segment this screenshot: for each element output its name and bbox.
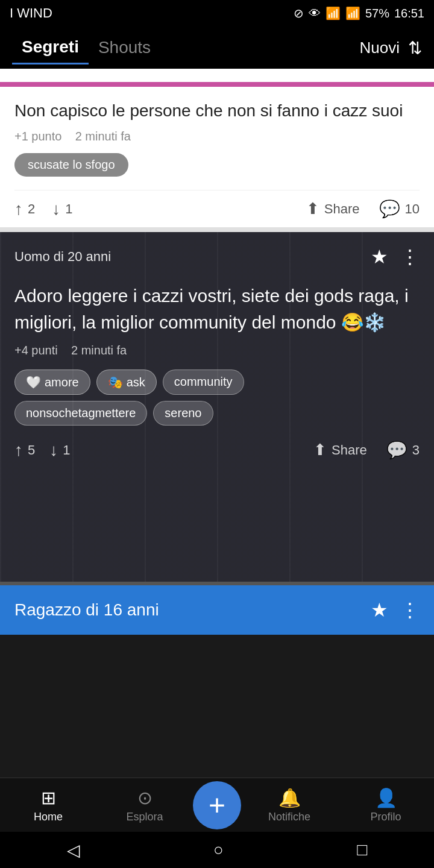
share-icon: ⬆: [306, 200, 319, 218]
nav-right-controls: Nuovi ⇅: [360, 38, 422, 58]
downvote-group[interactable]: ↓ 1: [52, 200, 72, 219]
card2-icons: ★ ⋮: [371, 245, 420, 268]
tag-scusate[interactable]: scusate lo sfogo: [14, 153, 128, 177]
card3-user: Ragazzo di 16 anni: [14, 600, 159, 620]
card2-tags-row2: nonsochetagmettere sereno: [14, 401, 420, 426]
spacer: [0, 635, 434, 725]
card2-comment-count: 3: [412, 442, 420, 458]
carrier-label: I WIND: [10, 5, 52, 21]
sort-label[interactable]: Nuovi: [360, 39, 400, 57]
downvote-count: 1: [65, 201, 72, 217]
tab-shouts[interactable]: Shouts: [89, 32, 160, 63]
top-nav: Segreti Shouts Nuovi ⇅: [0, 27, 434, 69]
tag-sereno[interactable]: sereno: [153, 401, 213, 426]
downvote-icon: ↓: [52, 200, 60, 219]
card2-downvote-icon: ↓: [49, 441, 58, 460]
signal-icon: 📶: [345, 6, 360, 20]
hearts-icon: 🤍: [26, 375, 41, 389]
card2-upvote-count: 5: [28, 442, 35, 458]
tag-amore[interactable]: 🤍 amore: [14, 370, 90, 395]
card1-right-actions: ⬆ Share 💬 10: [306, 199, 420, 219]
comment-icon: 💬: [379, 199, 400, 219]
back-button[interactable]: ◁: [67, 840, 80, 860]
card2-downvote-count: 1: [63, 442, 70, 458]
card2-content: Uomo di 20 anni ★ ⋮ Adoro leggere i cazz…: [0, 232, 434, 473]
nav-add-button[interactable]: +: [193, 781, 241, 829]
block-icon: ⊘: [294, 6, 304, 20]
card2-text: Adoro leggere i cazzi vostri, siete dei …: [14, 283, 420, 335]
card3-more-icon[interactable]: ⋮: [400, 599, 420, 621]
search-icon: ⊙: [137, 787, 153, 808]
nav-home[interactable]: ⊞ Home: [0, 787, 96, 823]
card2-share-icon: ⬆: [313, 441, 327, 459]
share-label: Share: [324, 201, 360, 217]
tag-ask[interactable]: 🎭 ask: [96, 370, 157, 395]
card-white-1: Non capisco le persone che non si fanno …: [0, 69, 434, 227]
card1-actions: ↑ 2 ↓ 1 ⬆ Share 💬 10: [14, 190, 420, 227]
system-nav: ◁ ○ □: [0, 832, 434, 868]
card1-time: 2 minuti fa: [75, 130, 131, 143]
card2-header: Uomo di 20 anni ★ ⋮: [14, 245, 420, 268]
comment-count: 10: [405, 201, 420, 217]
battery-label: 57%: [365, 7, 389, 20]
card2-user: Uomo di 20 anni: [14, 249, 111, 265]
upvote-count: 2: [28, 201, 35, 217]
ask-icon: 🎭: [108, 375, 123, 389]
explore-label: Esplora: [126, 811, 163, 823]
star-icon[interactable]: ★: [371, 245, 388, 268]
card2-points: +4 punti: [14, 344, 58, 357]
card-blue-3: Ragazzo di 16 anni ★ ⋮: [0, 585, 434, 635]
more-icon[interactable]: ⋮: [400, 245, 420, 268]
bottom-nav: ⊞ Home ⊙ Esplora + 🔔 Notifiche 👤 Profilo: [0, 778, 434, 832]
bell-icon: 🔔: [278, 787, 301, 808]
card1-share-btn[interactable]: ⬆ Share: [306, 200, 360, 218]
time-label: 16:51: [394, 7, 424, 20]
plus-icon: +: [209, 791, 225, 820]
upvote-icon: ↑: [14, 200, 23, 219]
divider-1: [0, 227, 434, 232]
card2-time: 2 minuti fa: [71, 344, 127, 357]
nav-profile[interactable]: 👤 Profilo: [338, 787, 434, 823]
card3-icons: ★ ⋮: [371, 599, 420, 621]
card2-meta: +4 punti 2 minuti fa: [14, 344, 420, 357]
home-label: Home: [34, 811, 63, 823]
card3-star-icon[interactable]: ★: [371, 599, 388, 621]
card2-tags: 🤍 amore 🎭 ask community: [14, 370, 420, 395]
card2-downvote-group[interactable]: ↓ 1: [49, 441, 70, 460]
nav-explore[interactable]: ⊙ Esplora: [96, 787, 193, 823]
tag-community[interactable]: community: [163, 370, 244, 395]
wifi-icon: 📶: [326, 6, 341, 20]
card-header-bar: [0, 82, 434, 87]
sort-icon[interactable]: ⇅: [408, 38, 422, 58]
home-button[interactable]: ○: [213, 840, 224, 860]
card1-comment-btn[interactable]: 💬 10: [379, 199, 420, 219]
card2-actions: ↑ 5 ↓ 1 ⬆ Share 💬 3: [14, 432, 420, 460]
card1-tags: scusate lo sfogo: [14, 153, 420, 181]
card2-share-label: Share: [332, 442, 367, 458]
card2-upvote-group[interactable]: ↑ 5: [14, 441, 35, 460]
eye-icon: 👁: [309, 7, 321, 20]
profile-label: Profilo: [370, 811, 401, 823]
tag-nonsochetagmettere[interactable]: nonsochetagmettere: [14, 401, 147, 426]
card2-comment-icon: 💬: [386, 440, 407, 460]
tab-segreti[interactable]: Segreti: [12, 31, 89, 64]
profile-icon: 👤: [375, 787, 397, 808]
nav-notifications[interactable]: 🔔 Notifiche: [241, 787, 338, 823]
card1-points: +1 punto: [14, 130, 61, 143]
card2-comment-btn[interactable]: 💬 3: [386, 440, 420, 460]
card-dark-2: Uomo di 20 anni ★ ⋮ Adoro leggere i cazz…: [0, 232, 434, 582]
card2-share-btn[interactable]: ⬆ Share: [313, 441, 367, 459]
status-bar: I WIND ⊘ 👁 📶 📶 57% 16:51: [0, 0, 434, 27]
card1-text: Non capisco le persone che non si fanno …: [14, 99, 420, 122]
status-right: ⊘ 👁 📶 📶 57% 16:51: [294, 6, 424, 20]
card2-upvote-icon: ↑: [14, 441, 23, 460]
card1-meta: +1 punto 2 minuti fa: [14, 130, 420, 143]
recents-button[interactable]: □: [357, 840, 367, 860]
upvote-group[interactable]: ↑ 2: [14, 200, 35, 219]
home-icon: ⊞: [41, 787, 56, 808]
notifications-label: Notifiche: [268, 811, 310, 823]
